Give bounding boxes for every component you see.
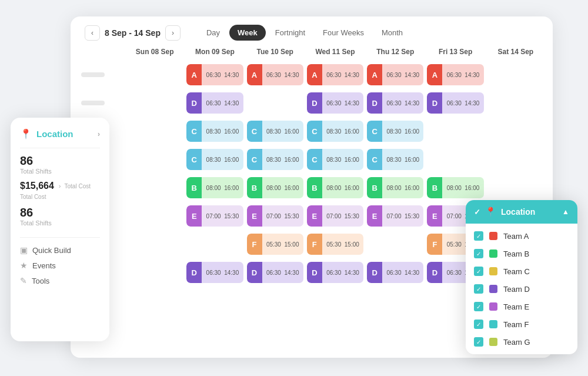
tools-menu-item[interactable]: ✎ Tools <box>20 273 100 288</box>
team-filter-dropdown: ✓ 📍 Location ▲ ✓ Team A ✓ Team B ✓ Team … <box>466 200 577 354</box>
date-navigation: ‹ 8 Sep - 14 Sep › <box>85 25 181 41</box>
col-header-thu: Thu 12 Sep <box>365 45 425 61</box>
cell-sun-6 <box>125 202 185 230</box>
team-item-c[interactable]: ✓ Team C <box>466 262 577 280</box>
prev-button[interactable]: ‹ <box>85 25 100 41</box>
total-shifts-value: 86 <box>20 154 100 168</box>
cell-thu-5[interactable]: B08:00 16:00 <box>365 174 425 202</box>
dropdown-header[interactable]: ✓ 📍 Location ▲ <box>466 200 577 224</box>
cell-wed-5[interactable]: B08:00 16:00 <box>305 174 365 202</box>
cell-fri-5[interactable]: B08:00 16:00 <box>425 174 485 202</box>
team-list: ✓ Team A ✓ Team B ✓ Team C ✓ Team D ✓ Te… <box>466 224 577 354</box>
tab-fortnight[interactable]: Fortnight <box>267 25 313 41</box>
team-f-color-dot <box>489 320 497 328</box>
cell-mon-4[interactable]: C08:30 16:00 <box>185 145 245 174</box>
total-cost-section[interactable]: $15,664 › Total Cost <box>20 181 100 191</box>
dropdown-header-label: Location <box>501 207 535 217</box>
team-item-b[interactable]: ✓ Team B <box>466 245 577 262</box>
total-shifts-section: 86 Total Shifts <box>20 154 100 175</box>
team-f-checkbox[interactable]: ✓ <box>474 320 483 329</box>
team-g-color-dot <box>489 338 497 346</box>
tab-month[interactable]: Month <box>373 25 411 41</box>
cell-tue-3[interactable]: C08:30 16:00 <box>245 117 305 145</box>
team-a-label: Team A <box>503 232 529 241</box>
team-c-label: Team C <box>503 267 530 276</box>
cell-mon-5[interactable]: B08:00 16:00 <box>185 174 245 202</box>
cell-tue-1[interactable]: A06:30 14:30 <box>245 61 305 89</box>
total-shifts2-value: 86 <box>20 206 100 219</box>
cell-tue-4[interactable]: C08:30 16:00 <box>245 145 305 174</box>
team-d-label: Team D <box>503 285 530 294</box>
cell-wed-1[interactable]: A06:30 14:30 <box>305 61 365 89</box>
dropdown-location-icon: 📍 <box>485 207 496 217</box>
tab-day[interactable]: Day <box>198 25 228 41</box>
team-g-checkbox[interactable]: ✓ <box>474 337 483 347</box>
cell-mon-8[interactable]: D06:30 14:30 <box>185 258 245 287</box>
cell-wed-8[interactable]: D06:30 14:30 <box>305 258 365 287</box>
dropdown-chevron-up-icon: ▲ <box>562 208 569 216</box>
team-f-label: Team F <box>503 320 529 329</box>
cell-sun-4 <box>125 145 185 174</box>
location-pin-icon: 📍 <box>20 128 32 139</box>
team-e-checkbox[interactable]: ✓ <box>474 302 483 311</box>
dropdown-check-icon: ✓ <box>474 208 480 217</box>
quick-build-menu-item[interactable]: ▣ Quick Build <box>20 242 100 258</box>
cell-tue-6[interactable]: E07:00 15:30 <box>245 202 305 230</box>
cell-fri-1[interactable]: A06:30 14:30 <box>425 61 485 89</box>
team-item-e[interactable]: ✓ Team E <box>466 298 577 315</box>
row-label-2 <box>78 89 125 117</box>
cell-thu-8[interactable]: D06:30 14:30 <box>365 258 425 287</box>
cell-thu-6[interactable]: E07:00 15:30 <box>365 202 425 230</box>
cell-mon-1[interactable]: A06:30 14:30 <box>185 61 245 89</box>
team-c-color-dot <box>489 267 497 275</box>
cell-thu-4[interactable]: C08:30 16:00 <box>365 145 425 174</box>
events-menu-item[interactable]: ★ Events <box>20 258 100 273</box>
cell-fri-3 <box>425 117 485 145</box>
cell-sat-2 <box>486 89 546 117</box>
cell-sun-8 <box>125 258 185 287</box>
quick-build-icon: ▣ <box>20 245 28 255</box>
cell-wed-4[interactable]: C08:30 16:00 <box>305 145 365 174</box>
cell-mon-3[interactable]: C08:30 16:00 <box>185 117 245 145</box>
next-button[interactable]: › <box>165 25 181 41</box>
cell-mon-2[interactable]: D06:30 14:30 <box>185 89 245 117</box>
cell-thu-7 <box>365 230 425 258</box>
location-chevron-icon: › <box>98 130 100 138</box>
tab-week[interactable]: Week <box>229 25 266 41</box>
events-icon: ★ <box>20 261 28 270</box>
sidebar-card: 📍 Location › 86 Total Shifts $15,664 › T… <box>11 118 109 341</box>
cell-mon-6[interactable]: E07:00 15:30 <box>185 202 245 230</box>
team-item-a[interactable]: ✓ Team A <box>466 227 577 245</box>
location-section[interactable]: 📍 Location › <box>20 128 100 148</box>
col-empty-header <box>78 45 125 61</box>
total-shifts2-label: Total Shifts <box>20 219 100 227</box>
total-cost-value: $15,664 <box>20 181 54 191</box>
cell-wed-6[interactable]: E07:00 15:30 <box>305 202 365 230</box>
team-item-f[interactable]: ✓ Team F <box>466 315 577 333</box>
team-b-checkbox[interactable]: ✓ <box>474 249 483 258</box>
tools-label: Tools <box>32 277 49 285</box>
cell-thu-3[interactable]: C08:30 16:00 <box>365 117 425 145</box>
cell-thu-2[interactable]: D06:30 14:30 <box>365 89 425 117</box>
cell-tue-7[interactable]: F05:30 15:00 <box>245 230 305 258</box>
team-a-checkbox[interactable]: ✓ <box>474 231 483 241</box>
col-header-tue: Tue 10 Sep <box>245 45 305 61</box>
total-shifts-label: Total Shifts <box>20 168 100 175</box>
cell-tue-8[interactable]: D06:30 14:30 <box>245 258 305 287</box>
team-c-checkbox[interactable]: ✓ <box>474 267 483 276</box>
cell-wed-7[interactable]: F05:30 15:00 <box>305 230 365 258</box>
team-item-g[interactable]: ✓ Team G <box>466 333 577 351</box>
cell-sat-5 <box>486 174 546 202</box>
cell-wed-3[interactable]: C08:30 16:00 <box>305 117 365 145</box>
cell-thu-1[interactable]: A06:30 14:30 <box>365 61 425 89</box>
team-item-d[interactable]: ✓ Team D <box>466 280 577 298</box>
cell-tue-5[interactable]: B08:00 16:00 <box>245 174 305 202</box>
cell-sun-3 <box>125 117 185 145</box>
cell-sun-2 <box>125 89 185 117</box>
team-d-checkbox[interactable]: ✓ <box>474 284 483 294</box>
location-label: Location <box>36 129 74 139</box>
cell-wed-2[interactable]: D06:30 14:30 <box>305 89 365 117</box>
quick-build-label: Quick Build <box>32 246 71 255</box>
cell-fri-2[interactable]: D06:30 14:30 <box>425 89 485 117</box>
tab-four-weeks[interactable]: Four Weeks <box>315 25 372 41</box>
